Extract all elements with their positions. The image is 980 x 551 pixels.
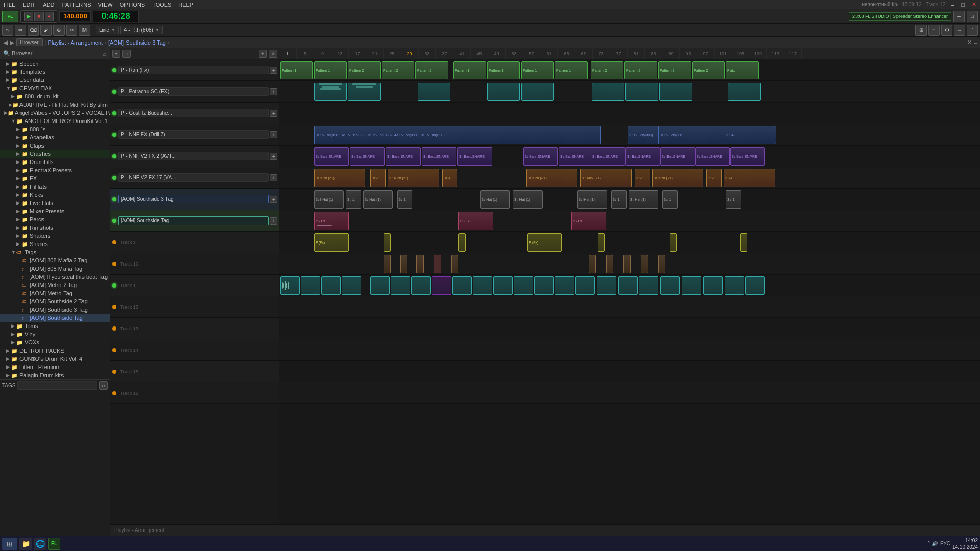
pattern-1-10[interactable]: Pattern 2 [591,61,623,79]
channel-name-7[interactable]: [AOM] Southside 3 Tag [118,195,269,203]
pattern-11-13[interactable] [534,276,554,295]
pattern-2-9[interactable] [728,83,761,101]
nav-forward[interactable]: ▶ [10,39,14,46]
pattern-11-6[interactable] [391,276,410,295]
sidebar-item-shakers[interactable]: ▶ 📁 Shakers [0,232,110,240]
sidebar-item-aom-808-mafia-2-tag[interactable]: 🏷 [AOM] 808 Mafia 2 Tag [0,256,110,264]
nav-tag[interactable]: [AOM] Southside 3 Tag [108,39,166,46]
nav-back[interactable]: ◀ [3,39,8,46]
tool-paint[interactable]: 🖌 [40,25,52,36]
sidebar-item-mixer-presets[interactable]: ▶ 📁 Mixer Presets [0,207,110,215]
led-4[interactable] [112,133,116,137]
pattern-11-10[interactable] [473,276,492,295]
pattern-5-4[interactable]: 3↕ Ban..SNARE [422,147,456,166]
pattern-11-14[interactable] [555,276,574,295]
sidebar-item-808-drum-kit[interactable]: ▶ 📁 808_drum_kit [0,92,110,100]
pattern-2-4[interactable] [487,83,520,101]
pattern-11-12[interactable] [514,276,533,295]
nav-playlist[interactable]: Playlist - Arrangement [48,39,103,46]
bpm-display[interactable]: 140.000 [59,11,91,21]
pattern-5-5[interactable]: 3↕ Ban..SNARE [457,147,492,166]
pattern-11-22[interactable] [725,276,744,295]
pattern-7-11[interactable]: 3↕-1 [726,190,741,209]
pattern-8-1[interactable]: P - Fx [314,212,349,230]
channel-add-5[interactable]: + [270,153,277,160]
tool-select[interactable]: ↖ [2,25,13,36]
menu-item-file[interactable]: FILE [2,1,17,8]
sidebar-item-808s[interactable]: ▶ 📁 808 `s [0,125,110,133]
pattern-2-6[interactable] [592,83,624,101]
pattern-9-7[interactable] [740,233,747,252]
pattern-11-5[interactable] [370,276,390,295]
browser-toggle[interactable]: Browser [16,38,43,46]
pattern-4-4[interactable]: 3↕ 4-... [725,126,776,144]
pattern-9-3[interactable] [458,233,466,252]
pattern-11-16[interactable] [597,276,616,295]
taskbar-explorer[interactable]: 📁 [19,538,32,550]
pattern-4-1[interactable]: 3↕ P-...oh(808) 4↕ P-...oh(808) 3↕ P-...… [314,126,601,144]
pattern-11-23[interactable] [745,276,765,295]
tool-mute[interactable]: M [79,25,90,36]
pattern-9-1[interactable]: P.(Fx) [314,233,349,252]
channel-add-2[interactable]: + [270,88,277,95]
menu-item-help[interactable]: HELP [177,1,195,8]
pattern-10-10[interactable] [658,255,665,273]
pattern-1-3[interactable]: Pattern 2 [348,61,381,79]
pattern-1-6[interactable]: Pattern 1 [453,61,486,79]
pattern-7-3[interactable]: 3↕ Hat (1) [363,190,393,209]
taskbar-chrome[interactable]: 🌐 [34,538,46,550]
led-12[interactable] [112,305,116,309]
sidebar-item-aom-metro-2[interactable]: 🏷 [AOM] Metro 2 Tag [0,281,110,289]
sidebar-item-hihats[interactable]: ▶ 📁 HiHats [0,182,110,191]
pattern-6-2[interactable]: 3↕-1 [370,169,386,187]
pattern-2-1[interactable] [314,83,347,101]
toolbar-maximize[interactable]: □ [967,11,978,22]
start-button[interactable]: ⊞ [2,538,17,550]
pattern-7-9[interactable]: 3↕ Hat (1) [629,190,658,209]
toolbar2-btn4[interactable]: ↔ [954,25,965,36]
line-mode-select[interactable]: Line ▼ [96,26,119,34]
menu-item-add[interactable]: ADD [41,1,56,8]
toolbar2-btn1[interactable]: ⊞ [915,25,927,36]
pattern-1-11[interactable]: Pattern 2 [624,61,657,79]
sidebar-item-user-data[interactable]: ▶ 📁 User data [0,76,110,84]
pattern-7-5[interactable]: 3↕ Hat (1) [480,190,510,209]
channel-name-3[interactable]: P - Gosti Iz Budushe... [118,109,269,117]
sidebar-item-crashes[interactable]: ▶ 📁 Crashes [0,150,110,158]
pattern-9-5[interactable] [598,233,605,252]
channel-name-6[interactable]: P - NNF V2 FX 17 (YA... [118,173,269,182]
pattern-6-9[interactable]: 3↕-1 [706,169,722,187]
pattern-1-8[interactable]: Pattern 1 [521,61,554,79]
menu-item-view[interactable]: VIEW [97,1,114,8]
pattern-11-19[interactable] [660,276,680,295]
channel-add-8[interactable]: + [270,217,277,225]
pattern-10-7[interactable] [606,255,613,273]
channel-name-2[interactable]: P - Potrachu SC (FX) [118,87,269,96]
pattern-6-6[interactable]: 3↕ Kick (21) [580,169,632,187]
pattern-7-1[interactable]: 3↕3 Hat (1) [314,190,344,209]
playlist-grid[interactable]: 1 5 9 13 17 21 25 29 33 37 41 45 49 53 [279,48,980,524]
pattern-6-1[interactable]: 3↕ Kick (21) [314,169,365,187]
channel-add-1[interactable]: + [270,67,277,74]
pattern-1-9[interactable]: Pattern 1 [555,61,588,79]
pattern-5-8[interactable]: 3↕ Ban..SNARE [591,147,625,166]
pattern-9-6[interactable] [670,233,677,252]
pattern-5-1[interactable]: 3↕ Ban..SNARE [314,147,349,166]
sidebar-item-acapellas[interactable]: ▶ 📁 Acapellas [0,133,110,141]
sidebar-item-speech[interactable]: ▶ 📁 Speech [0,59,110,68]
channel-select[interactable]: 4 - P..h (808) ▼ [120,26,163,34]
pattern-8-3[interactable]: P - Fx [571,212,606,230]
sidebar-item-aom-metro[interactable]: 🏷 [AOM] Metro Tag [0,289,110,297]
sidebar-item-percs[interactable]: ▶ 📁 Percs [0,215,110,223]
led-7[interactable] [112,197,116,201]
led-5[interactable] [112,154,116,158]
sidebar-item-aom-808-mafia-tag[interactable]: 🏷 [AOM] 808 Mafia Tag [0,264,110,273]
pattern-11-18[interactable] [639,276,658,295]
pattern-9-2[interactable] [384,233,391,252]
pattern-10-4[interactable] [434,255,441,273]
sidebar-item-angelofmercy[interactable]: ▼ 📁 ANGELOFMERCY DrumKit Vol.1 [0,117,110,125]
pattern-11-17[interactable] [618,276,638,295]
transport-record[interactable]: ● [45,12,54,21]
header-arrows[interactable]: ↔ [122,50,131,58]
sidebar-item-aom-southside-3[interactable]: 🏷 [AOM] Southside 3 Tag [0,305,110,314]
